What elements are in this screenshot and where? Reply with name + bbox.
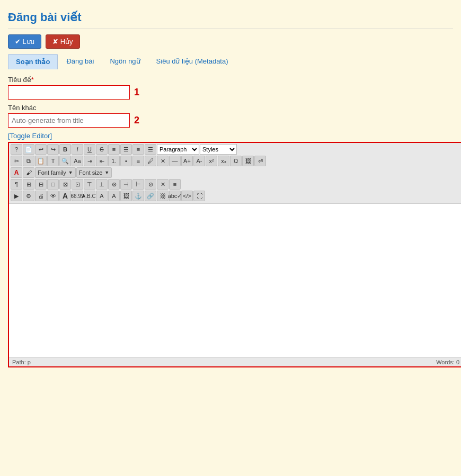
italic-button[interactable]: I	[72, 144, 83, 155]
toolbar-row-2: ✂ ⧉ 📋 T 🔍 Aa ⇥ ⇤ 1. • ≡ 🖊 ✕ — A+ A- x	[11, 156, 461, 166]
pagebreak-icon[interactable]: ⏎	[254, 156, 266, 166]
highlighter-icon[interactable]: 🖊	[145, 156, 156, 166]
styles-select[interactable]: Styles	[200, 144, 237, 155]
align-justify-button[interactable]: ☰	[145, 144, 156, 155]
ul-icon[interactable]: •	[120, 156, 132, 166]
copy-icon[interactable]: ⧉	[23, 156, 34, 166]
delete-row-icon[interactable]: ⊗	[108, 179, 120, 190]
font-family-dropdown-icon: ▼	[68, 170, 73, 175]
alias-section: Tên khác 2	[8, 104, 453, 128]
a-icon[interactable]: A	[96, 191, 108, 201]
source-icon[interactable]: </>	[181, 191, 193, 201]
editor-container: ? 📄 ↩ ↪ B I U S ≡ ☰ ≡ ☰ Paragraph Headin…	[8, 142, 461, 367]
merge-cells-icon[interactable]: ⊠	[59, 179, 71, 190]
annotation-1: 1	[134, 87, 139, 98]
case-icon[interactable]: Aa	[72, 156, 83, 166]
title-input-row: 1	[8, 85, 453, 100]
words-info: Words: 0	[436, 359, 459, 365]
table-cell-icon[interactable]: □	[47, 179, 59, 190]
outdent-icon[interactable]: ⇤	[96, 156, 108, 166]
title-input[interactable]	[8, 85, 130, 100]
bg-color-icon[interactable]: 🖌	[23, 167, 34, 178]
strikethrough-button[interactable]: S	[96, 144, 108, 155]
editor-body[interactable]	[9, 204, 461, 357]
show-invisible-icon[interactable]: ¶	[11, 179, 22, 190]
page-title: Đăng bài viết	[8, 5, 453, 29]
preview-icon[interactable]: 👁	[47, 191, 59, 201]
divider	[8, 29, 453, 29]
new-doc-icon[interactable]: 📄	[23, 144, 34, 155]
cancel-button[interactable]: ✘ Hủy	[46, 34, 80, 49]
align-right-button[interactable]: ≡	[132, 144, 144, 155]
unlink-icon[interactable]: ⛓	[157, 191, 169, 201]
insert-media-icon[interactable]: ▶	[11, 191, 22, 201]
tab-metadata[interactable]: Siêu dữ liệu (Metadata)	[149, 54, 236, 69]
path-info: Path: p	[12, 359, 31, 365]
tab-dangbai[interactable]: Đăng bài	[59, 54, 101, 69]
alias-label: Tên khác	[8, 104, 453, 112]
indent-icon[interactable]: ⇥	[84, 156, 95, 166]
toggle-editor[interactable]: [Toggle Editor]	[8, 132, 453, 140]
paste-text-icon[interactable]: T	[47, 156, 59, 166]
toolbar-row-5: ▶ ⚙ 🖨 👁 A 66.99 A.B.C. A A 🖼 ⚓ 🔗 ⛓ abc✓ …	[11, 191, 461, 201]
subscript-icon[interactable]: x₂	[218, 156, 229, 166]
toolbar-row-1: ? 📄 ↩ ↪ B I U S ≡ ☰ ≡ ☰ Paragraph Headin…	[11, 144, 461, 155]
align-center-button[interactable]: ☰	[120, 144, 132, 155]
tab-soanthao[interactable]: Soạn thảo	[8, 54, 58, 69]
find-icon[interactable]: 🔍	[59, 156, 71, 166]
action-buttons: ✔ Lưu ✘ Hủy	[8, 34, 453, 49]
font-family-button[interactable]: Font family ▼	[35, 167, 76, 178]
insert-col-after-icon[interactable]: ⊢	[132, 179, 144, 190]
font-color-icon[interactable]: A	[11, 167, 22, 178]
delete-table-icon[interactable]: ✕	[157, 179, 169, 190]
delete-col-icon[interactable]: ⊘	[145, 179, 156, 190]
ol-icon[interactable]: 1.	[108, 156, 120, 166]
char-map-icon[interactable]: Ω	[230, 156, 242, 166]
table-icon[interactable]: ⊞	[23, 179, 34, 190]
fontsize-increase-icon[interactable]: A+	[181, 156, 193, 166]
alias-input-row: 2	[8, 113, 453, 128]
fontsize-decrease-icon[interactable]: A-	[193, 156, 205, 166]
table-props-icon[interactable]: ⊟	[35, 179, 47, 190]
list-icon[interactable]: ≡	[132, 156, 144, 166]
title-section: Tiêu đề* 1	[8, 76, 453, 100]
toolbar-row-3: A 🖌 Font family ▼ Font size ▼	[11, 167, 461, 178]
link-icon[interactable]: 🔗	[145, 191, 156, 201]
editor-footer: Path: p Words: 0	[9, 357, 461, 366]
font-size-button[interactable]: Font size ▼	[76, 167, 112, 178]
help-icon[interactable]: ?	[11, 144, 22, 155]
superscript-icon[interactable]: x²	[206, 156, 217, 166]
clear-format-icon[interactable]: ✕	[157, 156, 169, 166]
save-button[interactable]: ✔ Lưu	[8, 34, 41, 49]
alias-input[interactable]	[8, 113, 130, 128]
insert-row-before-icon[interactable]: ⊤	[84, 179, 95, 190]
print-icon[interactable]: 🖨	[35, 191, 47, 201]
paragraph-select[interactable]: Paragraph Heading 1 Heading 2 Heading 3	[157, 144, 199, 155]
hr-icon[interactable]: —	[169, 156, 181, 166]
toolbar-row-4: ¶ ⊞ ⊟ □ ⊠ ⊡ ⊤ ⊥ ⊗ ⊣ ⊢ ⊘ ✕ ≡	[11, 179, 461, 190]
fullscreen-icon[interactable]: ⛶	[193, 191, 205, 201]
paste-icon[interactable]: 📋	[35, 156, 47, 166]
table-style-icon[interactable]: ≡	[169, 179, 181, 190]
bold-button[interactable]: B	[59, 144, 71, 155]
big-a-icon[interactable]: A	[59, 191, 71, 201]
abbr-icon[interactable]: A.B.C.	[84, 191, 95, 201]
undo-icon[interactable]: ↩	[35, 144, 47, 155]
image-icon[interactable]: 🖼	[242, 156, 254, 166]
insert-row-after-icon[interactable]: ⊥	[96, 179, 108, 190]
font-size-dropdown-icon: ▼	[104, 170, 109, 175]
editor-toolbar: ? 📄 ↩ ↪ B I U S ≡ ☰ ≡ ☰ Paragraph Headin…	[9, 143, 461, 204]
a2-icon[interactable]: A	[108, 191, 120, 201]
underline-button[interactable]: U	[84, 144, 95, 155]
split-cells-icon[interactable]: ⊡	[72, 179, 83, 190]
spellcheck-icon[interactable]: abc✓	[169, 191, 181, 201]
tab-bar: Soạn thảo Đăng bài Ngôn ngữ Siêu dữ liệu…	[8, 54, 453, 69]
insert-plugin-icon[interactable]: ⚙	[23, 191, 34, 201]
align-left-button[interactable]: ≡	[108, 144, 120, 155]
anchor-icon[interactable]: ⚓	[132, 191, 144, 201]
redo-icon[interactable]: ↪	[47, 144, 59, 155]
image2-icon[interactable]: 🖼	[120, 191, 132, 201]
tab-ngonngu[interactable]: Ngôn ngữ	[102, 54, 147, 69]
cut-icon[interactable]: ✂	[11, 156, 22, 166]
insert-col-before-icon[interactable]: ⊣	[120, 179, 132, 190]
